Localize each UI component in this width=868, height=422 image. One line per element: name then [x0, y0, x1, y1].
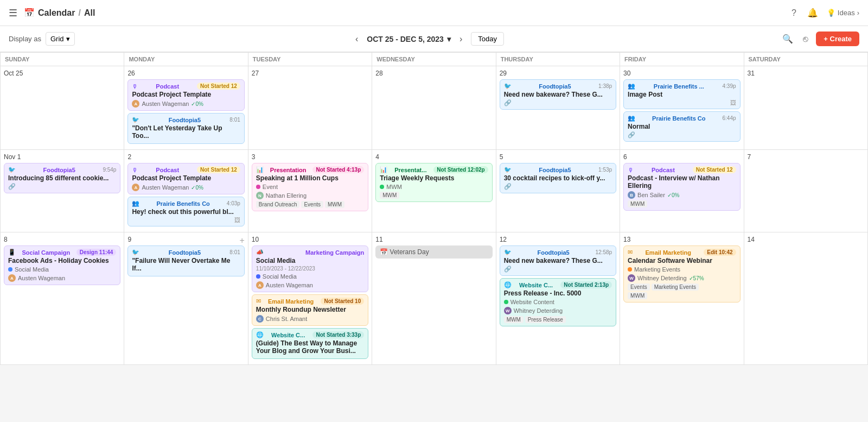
day-number: 12 [500, 236, 616, 243]
twitter-icon: 🐦 [504, 166, 512, 173]
project-label: Foodtopia5 [43, 167, 75, 173]
calendar-event-card[interactable]: 👥 Prairie Benefits ... 4:39p Image Post … [623, 79, 740, 109]
search-button[interactable]: 🔍 [780, 32, 795, 46]
all-label: All [84, 8, 95, 18]
day-cell: 31 [744, 66, 867, 150]
dot-icon [256, 274, 260, 279]
day-cell: 9 + 🐦 Foodtopia5 8:01 "Failure Will Neve… [124, 232, 248, 365]
next-period-button[interactable]: › [455, 32, 467, 46]
status-badge: Not Started 12:02p [433, 166, 488, 173]
calendar-event-card[interactable]: 🎙 Podcast Not Started 12 Podcast Project… [127, 79, 244, 111]
author-name: Whitney Deterding [637, 275, 687, 281]
event-type: Website Content [510, 299, 554, 305]
card-title: Hey! check out this powerful bl... [132, 208, 240, 216]
day-cell: 11 📅 Veterans Day [372, 232, 496, 365]
calendar-event-card[interactable]: 👥 Prairie Benefits Co 4:03p Hey! check o… [127, 197, 244, 226]
ideas-button[interactable]: 💡 Ideas › [827, 9, 859, 17]
day-cell: 7 [744, 150, 867, 232]
day-number: 27 [252, 70, 368, 77]
toolbar-center: ‹ OCT 25 - DEC 5, 2023 ▾ › Today [351, 32, 504, 46]
card-tags: MWM [380, 192, 488, 199]
project-label: Email Marketing [268, 298, 314, 305]
help-button[interactable]: ? [789, 6, 799, 20]
project-label: Email Marketing [646, 249, 691, 256]
time-badge: 9:54p [103, 167, 116, 173]
date-chevron-icon: ▾ [447, 35, 451, 43]
card-title: Monthly Roundup Newsletter [256, 306, 364, 313]
day-cell: 10 📣 Marketing Campaign Social Media 11/… [248, 232, 372, 365]
card-meta: Social Media [256, 273, 364, 280]
time-badge: 6:44p [723, 115, 736, 121]
menu-icon[interactable]: ☰ [9, 7, 17, 19]
nav-left: ☰ 📅 Calendar / All [9, 7, 95, 19]
tag: MWM [504, 316, 524, 323]
card-title: Facebook Ads - Holiday Cookies [8, 257, 116, 264]
grid-dropdown[interactable]: Grid ▾ [46, 32, 75, 46]
card-tags: MWM [628, 200, 736, 207]
card-title: 30 cocktail recipes to kick-off y... [504, 174, 612, 182]
calendar-event-card[interactable]: 👥 Prairie Benefits Co 6:44p Normal 🔗 [623, 111, 740, 142]
col-friday: FRIDAY [620, 53, 744, 66]
card-title: Calendar Software Webinar [628, 257, 736, 264]
calendar-event-card[interactable]: 🐦 Foodtopia5 1:38p Need new bakeware? Th… [500, 79, 616, 110]
day-cell: 6 🎙 Podcast Not Started 12 Podcast - Int… [620, 150, 744, 232]
social-icon: 📱 [8, 249, 16, 256]
date-range-display[interactable]: OCT 25 - DEC 5, 2023 ▾ [367, 35, 451, 43]
add-event-button[interactable]: + [240, 236, 245, 245]
progress-pct: ✓0% [667, 192, 679, 198]
calendar-event-card[interactable]: 📱 Social Campaign Design 11:44 Facebook … [4, 245, 120, 285]
calendar-event-card[interactable]: 🐦 Foodtopia5 12:58p Need new bakeware? T… [500, 245, 616, 276]
card-title: Need new bakeware? These G... [504, 91, 612, 98]
email-icon: ✉ [256, 298, 261, 305]
day-cell: 28 [372, 66, 496, 150]
day-number: 11 [375, 236, 492, 243]
progress-pct: ✓0% [191, 101, 203, 107]
grid-chevron-icon: ▾ [66, 35, 70, 43]
day-cell: 5 🐦 Foodtopia5 1:53p 30 cocktail recipes… [496, 150, 620, 232]
calendar-event-card[interactable]: 🌐 Website C... Not Started 3:33p (Guide)… [252, 328, 368, 359]
calendar-event-card[interactable]: 🐦 Foodtopia5 9:54p Introducing 85 differ… [4, 163, 120, 193]
status-badge: Not Started 12 [197, 83, 240, 90]
day-cell: 3 📊 Presentation Not Started 4:13p Speak… [248, 150, 372, 232]
day-cell: Oct 25 [1, 66, 124, 150]
status-badge: Edit 10:42 [704, 249, 736, 256]
time-badge: 12:58p [596, 249, 612, 255]
author-name: Austen Wageman [142, 184, 189, 191]
calendar-event-card[interactable]: 🐦 Foodtopia5 1:53p 30 cocktail recipes t… [500, 163, 616, 193]
calendar-event-card[interactable]: 📣 Marketing Campaign Social Media 11/10/… [252, 245, 368, 292]
tag: Press Release [525, 316, 566, 323]
prev-period-button[interactable]: ‹ [351, 32, 362, 46]
dot-icon [504, 300, 508, 304]
create-button[interactable]: + Create [816, 32, 859, 46]
calendar-event-card[interactable]: 📊 Presentation Not Started 4:13p Speakin… [252, 163, 368, 211]
calendar-event-card[interactable]: 🎙 Podcast Not Started 12 Podcast - Inter… [623, 163, 740, 211]
calendar-event-card[interactable]: ✉ Email Marketing Edit 10:42 Calendar So… [623, 245, 740, 303]
twitter-icon: 🐦 [504, 249, 512, 256]
calendar-event-card[interactable]: 🐦 Foodtopia5 8:01 "Don't Let Yesterday T… [127, 113, 244, 144]
tag: MWM [628, 292, 647, 299]
web-icon: 🌐 [504, 281, 512, 288]
calendar-event-card[interactable]: ✉ Email Marketing Not Started 10 Monthly… [252, 294, 368, 326]
calendar-event-card[interactable]: 📊 Presentat... Not Started 12:02p Triage… [375, 163, 492, 202]
project-label: Foodtopia5 [169, 117, 201, 123]
status-badge: Not Started 3:33p [312, 331, 364, 338]
calendar-grid: SUNDAY MONDAY TUESDAY WEDNESDAY THURSDAY… [0, 52, 868, 365]
card-meta: Event [256, 184, 364, 190]
calendar-event-card[interactable]: 🎙 Podcast Not Started 12 Podcast Project… [127, 163, 244, 194]
project-label: Foodtopia5 [539, 83, 571, 90]
calendar-label: Calendar [38, 8, 75, 18]
day-cell: 14 [744, 232, 867, 365]
progress-pct: ✓0% [191, 185, 203, 191]
date-range-text: OCT 25 - DEC 5, 2023 [367, 35, 444, 43]
col-tuesday: TUESDAY [248, 53, 372, 66]
share-button[interactable]: ⎋ [801, 32, 810, 46]
calendar-event-card[interactable]: 🌐 Website C... Not Started 2:13p Press R… [500, 278, 616, 326]
project-label: Podcast [156, 83, 179, 90]
calendar-event-card[interactable]: 🐦 Foodtopia5 8:01 "Failure Will Never Ov… [127, 245, 244, 276]
today-button[interactable]: Today [471, 32, 504, 46]
card-footer: N Nathan Ellering [256, 192, 364, 199]
card-title: Podcast Project Template [132, 174, 240, 182]
grid-label: Grid [50, 35, 64, 43]
card-tags: Events Marketing Events [628, 284, 736, 291]
bell-button[interactable]: 🔔 [805, 5, 820, 20]
